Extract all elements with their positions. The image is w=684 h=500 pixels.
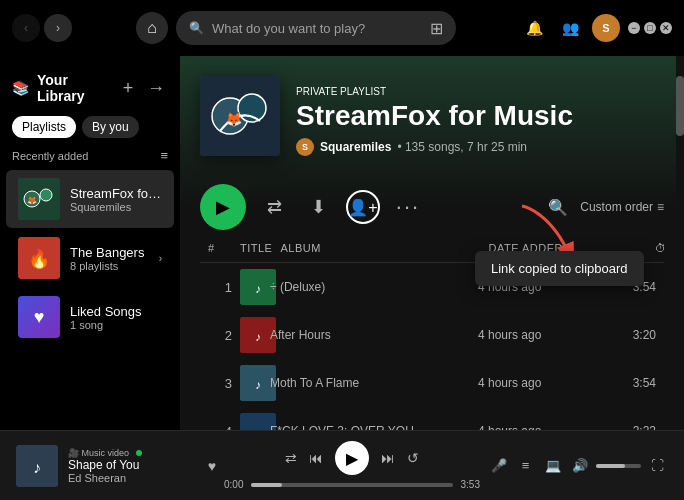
repeat-button[interactable]: ↺ (407, 450, 419, 466)
search-bar[interactable]: 🔍 ⊞ (176, 11, 456, 45)
svg-text:🦊: 🦊 (27, 195, 37, 205)
queue-button[interactable]: ≡ (515, 452, 536, 480)
library-item-bangers[interactable]: 🔥 The Bangers 8 playlists › (6, 229, 174, 287)
svg-text:♪: ♪ (255, 378, 261, 392)
cover-art: 🦊 (200, 76, 280, 156)
streamfox-name: StreamFox for Music (70, 186, 162, 201)
progress-row: 0:00 3:53 (224, 479, 480, 490)
heart-button[interactable]: ♥ (208, 458, 216, 474)
np-type-label: Music video (82, 448, 130, 458)
search-input[interactable] (212, 21, 422, 36)
fullscreen-button[interactable]: ⛶ (647, 452, 668, 480)
playlist-cover: 🦊 (200, 76, 280, 156)
library-item-streamfox[interactable]: 🦊 StreamFox for Music Squaremiles (6, 170, 174, 228)
add-follower-button[interactable]: 👤+ (346, 190, 380, 224)
bangers-sub: 8 playlists (70, 260, 149, 272)
volume-bar[interactable] (596, 464, 641, 468)
playlist-info: • 135 songs, 7 hr 25 min (397, 140, 527, 154)
svg-text:♪: ♪ (255, 426, 261, 430)
expand-library-button[interactable]: → (144, 76, 168, 100)
filter-by-you-button[interactable]: By you (82, 116, 139, 138)
nav-arrows: ‹ › (12, 14, 72, 42)
liked-sub: 1 song (70, 319, 162, 331)
topbar-right: 🔔 👥 S − □ ✕ (520, 14, 672, 42)
track-row[interactable]: 4 ♪ STAY (with Justin Bieber) ✓EThe Kid … (200, 407, 664, 430)
devices-button[interactable]: 💻 (542, 452, 563, 480)
playlist-header: 🦊 Private Playlist StreamFox for Music S… (180, 56, 684, 172)
svg-text:🦊: 🦊 (225, 111, 243, 128)
track-info: ♪ Blinding Lights The Weeknd (240, 317, 262, 353)
track-duration: 3:54 (606, 376, 656, 390)
maximize-button[interactable]: □ (644, 22, 656, 34)
custom-order-label: Custom order (580, 200, 653, 214)
search-tracks-button[interactable]: 🔍 (548, 198, 568, 217)
col-num: # (208, 242, 232, 254)
right-controls: 🎤 ≡ 💻 🔊 ⛶ (488, 452, 668, 480)
track-info: ♪ STAY (with Justin Bieber) ✓EThe Kid LA… (240, 413, 262, 430)
track-date: 4 hours ago (478, 328, 598, 342)
bangers-name: The Bangers (70, 245, 149, 260)
action-row: ▶ ⇄ ⬇ 👤+ ··· 🔍 Custom order ≡ (180, 172, 684, 238)
svg-text:♪: ♪ (255, 282, 261, 296)
track-number: 1 (208, 280, 232, 295)
shuffle-player-button[interactable]: ⇄ (285, 450, 297, 466)
track-row[interactable]: 2 ♪ Blinding Lights The Weeknd After Hou… (200, 311, 664, 359)
scrollbar-track (676, 56, 684, 430)
now-playing-thumb: ♪ (16, 445, 58, 487)
back-button[interactable]: ‹ (12, 14, 40, 42)
custom-order-control[interactable]: Custom order ≡ (580, 200, 664, 214)
home-button[interactable]: ⌂ (136, 12, 168, 44)
avatar[interactable]: S (592, 14, 620, 42)
next-button[interactable]: ⏭ (381, 450, 395, 466)
play-button[interactable]: ▶ (200, 184, 246, 230)
sidebar-title-label: Your Library (37, 72, 116, 104)
playlist-type-label: Private Playlist (296, 86, 664, 97)
sort-library-button[interactable]: ≡ (160, 148, 168, 163)
friends-button[interactable]: 👥 (556, 14, 584, 42)
tooltip-text: Link copied to clipboard (491, 261, 628, 276)
progress-bar[interactable] (251, 483, 452, 487)
now-playing: ♪ 🎥 Music video Shape of You Ed Sheeran … (16, 445, 216, 487)
sidebar: 📚 Your Library + → Playlists By you Rece… (0, 56, 180, 430)
library-icon: 📚 (12, 80, 29, 96)
svg-text:♪: ♪ (33, 459, 41, 476)
np-green-dot (136, 450, 142, 456)
bangers-info: The Bangers 8 playlists (70, 245, 149, 272)
liked-info: Liked Songs 1 song (70, 304, 162, 331)
track-album: After Hours (270, 328, 470, 342)
track-duration: 2:22 (606, 424, 656, 430)
search-icon: 🔍 (189, 21, 204, 35)
download-button[interactable]: ⬇ (302, 191, 334, 223)
minimize-button[interactable]: − (628, 22, 640, 34)
svg-text:♪: ♪ (255, 330, 261, 344)
forward-button[interactable]: › (44, 14, 72, 42)
now-playing-info: 🎥 Music video Shape of You Ed Sheeran (68, 448, 198, 484)
close-button[interactable]: ✕ (660, 22, 672, 34)
time-total: 3:53 (461, 479, 480, 490)
track-info: ♪ Shape of You ✓Ed Sheeran (240, 269, 262, 305)
liked-thumb: ♥ (18, 296, 60, 338)
track-album: Moth To A Flame (270, 376, 470, 390)
sidebar-header: 📚 Your Library + → (0, 56, 180, 112)
scrollbar-thumb[interactable] (676, 76, 684, 136)
owner-avatar: S (296, 138, 314, 156)
playlist-title: StreamFox for Music (296, 101, 664, 132)
lyrics-button[interactable]: 🎤 (488, 452, 509, 480)
tooltip-box: Link copied to clipboard (475, 251, 644, 286)
prev-button[interactable]: ⏮ (309, 450, 323, 466)
library-item-liked[interactable]: ♥ Liked Songs 1 song (6, 288, 174, 346)
main-area: 📚 Your Library + → Playlists By you Rece… (0, 56, 684, 430)
streamfox-info: StreamFox for Music Squaremiles (70, 186, 162, 213)
play-pause-button[interactable]: ▶ (335, 441, 369, 475)
add-library-button[interactable]: + (116, 76, 140, 100)
svg-text:🔥: 🔥 (28, 248, 51, 270)
filter-playlists-button[interactable]: Playlists (12, 116, 76, 138)
recent-row: Recently added ≡ (0, 146, 180, 169)
shuffle-button[interactable]: ⇄ (258, 191, 290, 223)
np-artist: Ed Sheeran (68, 472, 198, 484)
track-row[interactable]: 3 ♪ Moth To A Flame with The... Swedish … (200, 359, 664, 407)
more-button[interactable]: ··· (392, 191, 424, 223)
np-type: 🎥 Music video (68, 448, 198, 458)
volume-button[interactable]: 🔊 (569, 452, 590, 480)
notifications-button[interactable]: 🔔 (520, 14, 548, 42)
